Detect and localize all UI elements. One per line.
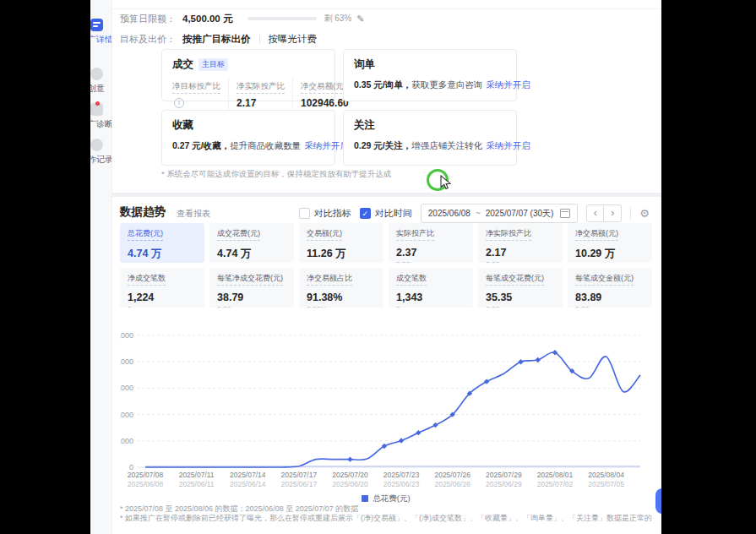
sidebar-item-history[interactable]: 操作记录	[90, 139, 112, 166]
svg-text:5,000: 5,000	[120, 331, 133, 340]
budget-amount: 4,500.00 元	[182, 13, 232, 25]
sidebar-item-diagnose[interactable]: 推广诊断	[90, 103, 112, 130]
metric-tile[interactable]: 总花费(元)4.74 万0.00	[120, 223, 204, 263]
accept-enable-link[interactable]: 采纳并开启	[486, 79, 530, 90]
svg-text:3,000: 3,000	[120, 384, 133, 392]
controls-divider	[630, 208, 631, 220]
accept-enable-link[interactable]: 采纳并开启	[304, 140, 349, 150]
checkbox-label: 对比时间	[375, 207, 412, 220]
checkbox-label: 对比指标	[314, 207, 351, 220]
metric-tile[interactable]: 净交易额占比91.38%0.00%	[299, 268, 383, 308]
svg-text:2025/07/08: 2025/07/08	[128, 471, 164, 479]
card-desc-text: 获取更多意向咨询	[411, 79, 482, 90]
svg-text:2,000: 2,000	[120, 411, 133, 419]
metric-tiles: 总花费(元)4.74 万0.00 成交花费(元)4.74 万0.00 交易额(元…	[120, 223, 652, 308]
svg-text:4,000: 4,000	[120, 357, 133, 366]
legend-label: 总花费(元)	[373, 493, 410, 503]
budget-slider[interactable]	[247, 17, 317, 20]
svg-text:2025/07/23: 2025/07/23	[383, 471, 420, 479]
checkbox-checked-icon: ✓	[360, 208, 371, 219]
metric-tile[interactable]: 每笔成交花费(元)35.350.00	[478, 268, 563, 308]
budget-label: 预算日限额：	[120, 13, 176, 25]
card-title: 询单	[354, 57, 375, 72]
card-title: 关注	[354, 118, 375, 133]
date-nav-group: ‹ ›	[586, 204, 622, 222]
metric-label: 净交易额(元)	[301, 81, 346, 94]
card-desc-text: 增强店铺关注转化	[411, 140, 482, 150]
accept-enable-link[interactable]: 采纳并开启	[486, 140, 530, 150]
trend-header: 数据趋势 查看报表 对比指标 ✓ 对比时间 2025/06/08 ~ 2025/…	[112, 204, 661, 222]
info-icon[interactable]: i	[174, 98, 184, 108]
edit-budget-icon[interactable]: ✎	[356, 14, 364, 25]
tab-bid-by-goal[interactable]: 按推广目标出价	[182, 33, 251, 46]
notification-dot	[95, 101, 100, 106]
tab-bid-by-impression[interactable]: 按曝光计费	[269, 33, 318, 46]
metric-tile[interactable]: 净实际投产比2.170.00	[478, 223, 563, 263]
card-price: 0.27 元/收藏，	[172, 140, 230, 150]
svg-text:2025/06/29: 2025/06/29	[486, 480, 522, 488]
svg-text:2025/06/26: 2025/06/26	[434, 480, 470, 488]
svg-text:1,000: 1,000	[120, 437, 133, 445]
trend-title: 数据趋势	[120, 204, 166, 220]
svg-text:2025/07/29: 2025/07/29	[486, 471, 522, 479]
date-end: 2025/07/07 (30天)	[486, 208, 554, 220]
history-icon	[90, 139, 103, 151]
metric-tile[interactable]: 成交笔数1,3430	[389, 268, 473, 308]
goal-cards: 成交 主目标 净目标投产比i 2.45 ✎ 净实际投产比 2.17 净交易额(元…	[161, 49, 517, 166]
sidebar-item-label: 推广诊断	[90, 118, 112, 130]
gear-icon[interactable]: ⚙	[639, 207, 650, 220]
diagnose-icon	[90, 103, 103, 116]
view-report-link[interactable]: 查看报表	[177, 208, 210, 220]
floating-action-button[interactable]	[655, 488, 661, 514]
svg-text:2025/08/01: 2025/08/01	[537, 471, 574, 479]
metric-tile[interactable]: 净交易额(元)10.29 万0.00	[568, 223, 652, 263]
metric-value: 2.17	[237, 97, 285, 109]
trend-chart-area: 01,0002,0003,0004,0005,0002025/07/082025…	[120, 328, 652, 490]
svg-text:2025/06/08: 2025/06/08	[128, 480, 164, 488]
budget-remaining: 剩 63%	[324, 13, 351, 25]
metric-tile[interactable]: 每笔净成交花费(元)38.790.00	[209, 268, 294, 308]
svg-text:2025/07/20: 2025/07/20	[332, 471, 368, 479]
card-price: 0.29 元/关注，	[354, 140, 411, 150]
svg-text:2025/06/23: 2025/06/23	[383, 480, 420, 488]
goal-card-follow: 关注 0.29 元/关注，增强店铺关注转化采纳并开启	[343, 110, 517, 166]
svg-text:2025/07/14: 2025/07/14	[230, 471, 266, 479]
idea-icon	[90, 68, 103, 80]
svg-text:2025/06/11: 2025/06/11	[179, 480, 215, 488]
sidebar-item-detail[interactable]: 推广详情	[90, 19, 112, 46]
card-title: 收藏	[172, 118, 193, 133]
date-range-picker[interactable]: 2025/06/08 ~ 2025/07/07 (30天)	[421, 204, 579, 223]
sidebar-item-label: 操作记录	[90, 154, 112, 166]
date-start: 2025/06/08	[428, 209, 470, 218]
goal-card-inquiry: 询单 0.35 元/询单，获取更多意向咨询采纳并开启	[343, 49, 517, 101]
calendar-icon	[560, 209, 570, 218]
detail-icon	[90, 19, 103, 31]
metric-tile[interactable]: 成交花费(元)4.74 万0.00	[209, 223, 294, 263]
chart-footnote-2: * 如果推广在暂停或删除前已经获得了曝光，那么在暂停或重建后展示「(净)交易额」…	[120, 513, 652, 524]
metric-tile[interactable]: 交易额(元)11.26 万0.00	[299, 223, 383, 263]
mouse-cursor-icon	[440, 175, 454, 190]
goal-bid-row: 目标及出价： 按推广目标出价 按曝光计费	[120, 32, 317, 46]
goal-note: * 系统会尽可能达成你设置的目标，保持稳定投放有助于提升达成	[161, 169, 391, 180]
sidebar: 推广详情 创意 推广诊断 操作记录	[90, 0, 112, 534]
compare-metric-checkbox[interactable]: 对比指标	[299, 207, 351, 220]
metric-tile[interactable]: 每笔成交金额(元)83.890.00	[568, 268, 652, 308]
sidebar-item-label: 推广详情	[90, 34, 112, 46]
card-title: 成交	[172, 57, 193, 72]
sidebar-item-creative[interactable]: 创意	[90, 68, 112, 95]
compare-time-checkbox[interactable]: ✓ 对比时间	[360, 207, 412, 220]
metric-tile[interactable]: 实际投产比2.370.00	[389, 223, 473, 263]
svg-text:2025/07/05: 2025/07/05	[588, 480, 624, 488]
prev-period-button[interactable]: ‹	[586, 204, 604, 222]
checkbox-icon	[299, 208, 310, 219]
next-period-button[interactable]: ›	[604, 204, 622, 222]
app-window: 推广详情 创意 推广诊断 操作记录 预算日限额： 4,500.00 元 剩 63…	[90, 0, 661, 534]
card-desc-text: 提升商品收藏数量	[230, 140, 301, 150]
trend-chart: 01,0002,0003,0004,0005,0002025/07/082025…	[120, 328, 652, 490]
tab-divider	[259, 35, 260, 44]
svg-text:2025/08/04: 2025/08/04	[588, 471, 624, 479]
metric-tile[interactable]: 净成交笔数1,2240	[120, 268, 204, 308]
trend-controls: 对比指标 ✓ 对比时间 2025/06/08 ~ 2025/07/07 (30天…	[299, 204, 650, 223]
metric-label: 净实际投产比	[237, 81, 285, 94]
legend-swatch-icon	[362, 495, 368, 502]
